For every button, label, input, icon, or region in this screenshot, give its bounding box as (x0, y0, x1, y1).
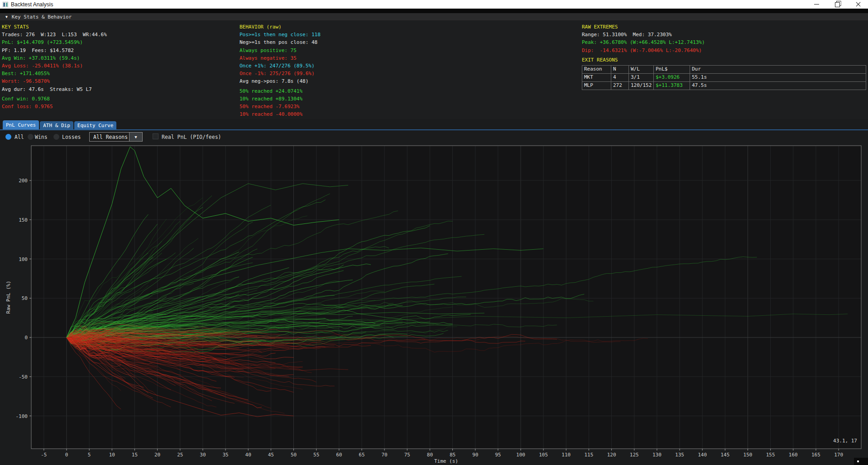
minimize-button[interactable] (812, 0, 821, 9)
y-tick-label: -50 (19, 374, 28, 380)
x-tick-label: 0 (65, 452, 68, 458)
cursor-coordinates-readout: 43.1, 17 (833, 438, 857, 444)
x-tick-label: 155 (766, 452, 775, 458)
x-tick-label: 150 (743, 452, 753, 458)
radio-all[interactable] (5, 134, 11, 140)
table-cell: 120/152 (629, 82, 654, 90)
stats-column-raw-extremes: RAW EXTREMESRange: 51.3100% Med: 37.2303… (582, 23, 705, 64)
x-tick-label: 20 (154, 452, 160, 458)
table-cell: 55.1s (690, 74, 866, 81)
resize-grip[interactable] (854, 458, 868, 465)
x-tick-label: 110 (561, 452, 571, 458)
radio-losses[interactable] (53, 134, 59, 140)
tab-ath-dip[interactable]: ATH & Dip (40, 121, 73, 129)
x-tick-label: 105 (539, 452, 548, 458)
table-header-cell: PnL$ (654, 66, 690, 73)
stat-line: Dip: -14.6321% (W:-7.0046% L:-20.7640%) (582, 47, 705, 54)
chevron-down-icon: ▼ (129, 133, 142, 141)
x-tick-label: 25 (177, 452, 183, 458)
tab-pnl-curves[interactable]: PnL Curves (3, 120, 39, 129)
y-tick-label: -100 (16, 413, 28, 419)
table-cell: 3/1 (629, 74, 654, 81)
table-header-cell: N (611, 66, 629, 73)
real-pnl-checkbox[interactable] (153, 133, 158, 139)
x-tick-label: 50 (291, 452, 297, 458)
close-button[interactable] (854, 0, 863, 9)
radio-wins[interactable] (28, 134, 34, 140)
table-cell: $+3.0926 (654, 74, 690, 81)
table-cell: 47.5s (690, 82, 866, 90)
x-tick-label: 125 (630, 452, 639, 458)
x-tick-label: 165 (811, 452, 820, 458)
stat-line: 10% reached +89.1304% (240, 95, 321, 103)
x-tick-label: 65 (359, 452, 364, 458)
radio-wins-label: Wins (35, 134, 48, 140)
x-tick-label: 100 (516, 452, 525, 458)
window-controls (812, 0, 863, 9)
y-tick-label: 50 (22, 295, 28, 301)
stat-line: Once -1%: 275/276 (99.6%) (240, 70, 321, 77)
stat-line: Always positive: 75 (240, 47, 321, 54)
close-icon (856, 2, 861, 7)
x-tick-label: 80 (427, 452, 433, 458)
x-tick-label: 140 (698, 452, 707, 458)
stat-line: Avg Loss: -25.0411% (38.1s) (2, 62, 107, 70)
table-cell: 4 (611, 74, 629, 81)
stat-line: Once +1%: 247/276 (89.5%) (240, 62, 321, 70)
x-tick-label: 40 (245, 452, 251, 458)
reason-filter-dropdown[interactable]: All Reasons ▼ (89, 132, 143, 142)
y-tick-label: 100 (19, 256, 28, 262)
pnl-chart[interactable]: -505101520253035404550556065707580859095… (0, 143, 868, 465)
stat-line: 50% reached -7.6923% (240, 103, 321, 110)
stat-line: Best: +171.4055% (2, 70, 107, 77)
stat-line: EXIT REASONS (582, 56, 705, 64)
collapse-header-label: Key Stats & Behavior (12, 14, 72, 20)
stat-line: Range: 51.3100% Med: 37.2303% (582, 31, 705, 38)
stats-column-behavior: BEHAVIOR (raw)Pos>=1s then neg close: 11… (240, 23, 321, 118)
restore-button[interactable] (833, 0, 842, 9)
table-header-cell: Dur (690, 66, 866, 73)
table-header-cell: W/L (629, 66, 654, 73)
table-header-row: ReasonNW/LPnL$Dur (582, 66, 866, 74)
collapse-header[interactable]: ▼ Key Stats & Behavior (0, 13, 868, 20)
stat-line: KEY STATS (2, 23, 107, 31)
stat-line: Neg>=1s then pos close: 48 (240, 38, 321, 46)
restore-icon (835, 2, 840, 7)
stat-line: Avg dur: 47.6s Streaks: W5 L7 (2, 85, 107, 93)
x-tick-label: 95 (495, 452, 501, 458)
y-tick-label: 200 (19, 178, 28, 184)
x-tick-label: 15 (132, 452, 138, 458)
x-tick-label: 5 (88, 452, 91, 458)
stat-line: Always negative: 35 (240, 54, 321, 62)
collapse-caret-icon: ▼ (5, 15, 8, 19)
chart-canvas[interactable]: -505101520253035404550556065707580859095… (0, 143, 868, 465)
x-tick-label: 135 (675, 452, 684, 458)
table-cell: MLP (582, 82, 611, 90)
stat-line: Trades: 276 W:123 L:153 WR:44.6% (2, 31, 107, 38)
stat-line: 10% reached -40.0000% (240, 110, 321, 118)
x-tick-label: 160 (789, 452, 798, 458)
stat-line: Conf win: 0.9768 (2, 95, 107, 103)
titlebar-divider (0, 9, 868, 13)
x-tick-label: 170 (834, 452, 843, 458)
stat-line: Pos>=1s then neg close: 118 (240, 31, 321, 38)
x-tick-label: -5 (41, 452, 47, 458)
table-cell: 272 (611, 82, 629, 90)
x-tick-label: 55 (313, 452, 319, 458)
tab-equity-curve[interactable]: Equity Curve (74, 121, 116, 129)
radio-losses-label: Losses (62, 134, 81, 140)
x-tick-label: 10 (109, 452, 115, 458)
radio-all-label: All (14, 134, 24, 140)
app-icon (3, 2, 8, 7)
x-tick-label: 115 (585, 452, 594, 458)
window-title: Backtest Analysis (11, 1, 53, 8)
minimize-icon (814, 4, 819, 5)
plot-background[interactable] (31, 146, 861, 449)
dropdown-value: All Reasons (90, 134, 129, 140)
x-tick-label: 45 (268, 452, 274, 458)
x-tick-label: 145 (720, 452, 729, 458)
table-header-cell: Reason (582, 66, 611, 73)
stat-line: Avg Win: +37.0311% (59.4s) (2, 54, 107, 62)
stats-column-key-stats: KEY STATSTrades: 276 W:123 L:153 WR:44.6… (2, 23, 107, 110)
stat-line: PnL: $+14.4709 (+723.5459%) (2, 38, 107, 46)
